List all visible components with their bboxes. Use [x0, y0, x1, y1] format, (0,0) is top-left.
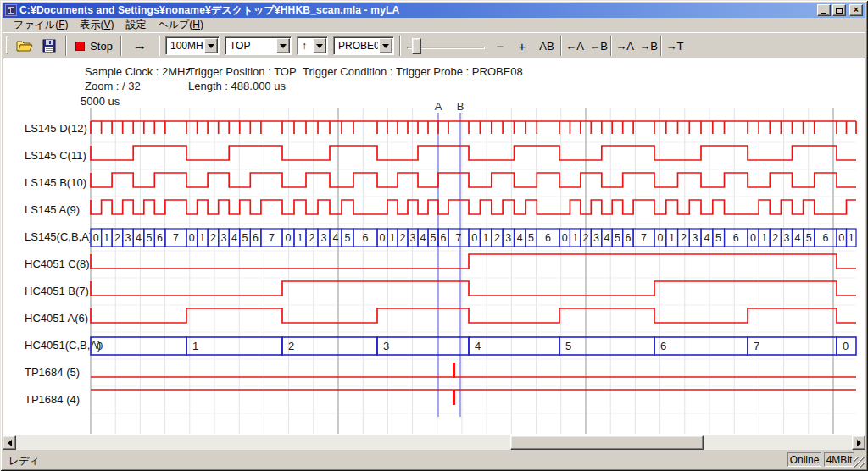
app-window: C:¥Documents and Settings¥noname¥デスクトップ¥…	[0, 0, 868, 471]
stop-button[interactable]: Stop	[70, 36, 118, 56]
open-folder-icon	[16, 39, 33, 53]
toolbar-separator	[660, 36, 662, 56]
zoom-ab-button[interactable]: AB	[535, 36, 559, 56]
chevron-down-icon	[208, 44, 214, 52]
status-memory-badge: 4MBit	[824, 452, 854, 467]
trigger-position-combobox[interactable]: TOP	[225, 36, 292, 55]
status-bar: レディ Online 4MBit	[3, 451, 865, 468]
zoom-out-button[interactable]: −	[491, 36, 509, 56]
memory-label: 4MBit	[826, 454, 853, 466]
chevron-down-icon	[280, 44, 287, 52]
goto-cursor-b-right-button[interactable]: →B	[637, 36, 659, 56]
combo-dropdown-button[interactable]	[379, 38, 392, 53]
scroll-right-button[interactable]	[852, 435, 865, 450]
chevron-down-icon	[382, 44, 389, 52]
resize-grip[interactable]	[854, 457, 865, 468]
trigger-probe-value: PROBE00	[337, 39, 378, 53]
stop-icon	[75, 42, 85, 51]
save-button[interactable]	[38, 36, 60, 56]
scroll-left-button[interactable]	[3, 435, 16, 450]
chevron-down-icon	[316, 44, 323, 52]
online-label: Online	[790, 454, 820, 466]
waveform-client-area	[3, 58, 865, 435]
toolbar-separator	[120, 36, 122, 56]
window-controls: ×	[817, 4, 863, 16]
toolbar-separator	[159, 36, 160, 56]
toolbar-gripper[interactable]	[6, 36, 8, 54]
scrollbar-thumb[interactable]	[510, 435, 704, 450]
combo-dropdown-button[interactable]	[204, 38, 218, 53]
run-button[interactable]: →	[126, 36, 153, 56]
sample-clock-value: 100MHz	[169, 39, 203, 53]
menu-item-0[interactable]: ファイル(F)	[8, 17, 74, 33]
maximize-icon	[836, 8, 843, 14]
goto-cursor-b-left-button[interactable]: ←B	[587, 36, 609, 56]
status-ready-text: レディ	[8, 454, 40, 468]
combo-dropdown-button[interactable]	[313, 38, 326, 53]
zoom-slider-thumb[interactable]	[412, 38, 421, 54]
goto-cursor-a-left-button[interactable]: ←A	[564, 36, 586, 56]
menu-item-3[interactable]: ヘルプ(H)	[152, 17, 209, 33]
trigger-probe-combobox[interactable]: PROBE00	[333, 36, 394, 55]
combo-dropdown-button[interactable]	[276, 38, 290, 53]
minimize-button[interactable]	[817, 4, 831, 16]
floppy-disk-icon	[42, 39, 56, 53]
status-online-badge: Online	[787, 452, 821, 467]
window-title: C:¥Documents and Settings¥noname¥デスクトップ¥…	[19, 3, 817, 18]
open-file-button[interactable]	[13, 36, 36, 56]
trigger-edge-combobox[interactable]: ↑	[297, 36, 328, 55]
stop-label: Stop	[90, 40, 113, 53]
maximize-button[interactable]	[832, 4, 846, 16]
menu-item-2[interactable]: 設定	[120, 17, 152, 33]
trigger-edge-value: ↑	[300, 39, 312, 53]
goto-trigger-button[interactable]: →T	[664, 36, 686, 56]
toolbar-separator	[65, 36, 67, 56]
sample-clock-combobox[interactable]: 100MHz	[165, 36, 220, 55]
close-button[interactable]: ×	[849, 4, 863, 16]
trigger-position-value: TOP	[228, 39, 275, 53]
menu-item-1[interactable]: 表示(V)	[74, 17, 120, 33]
arrow-left-icon	[4, 440, 12, 446]
toolbar-separator	[610, 36, 612, 56]
toolbar-separator	[399, 36, 401, 56]
run-arrow-icon: →	[133, 37, 147, 54]
toolbar: Stop → 100MHz TOP ↑ PROBE00 − + AB ←A	[3, 32, 865, 58]
arrow-right-icon	[857, 440, 865, 446]
menu-bar: ファイル(F)表示(V)設定ヘルプ(H)	[3, 18, 865, 32]
horizontal-scrollbar[interactable]	[3, 435, 865, 450]
goto-cursor-a-right-button[interactable]: →A	[614, 36, 636, 56]
app-icon[interactable]	[5, 4, 17, 16]
toolbar-separator	[560, 36, 562, 56]
title-bar[interactable]: C:¥Documents and Settings¥noname¥デスクトップ¥…	[3, 3, 865, 18]
minimize-icon	[821, 13, 826, 14]
zoom-in-button[interactable]: +	[513, 36, 531, 56]
